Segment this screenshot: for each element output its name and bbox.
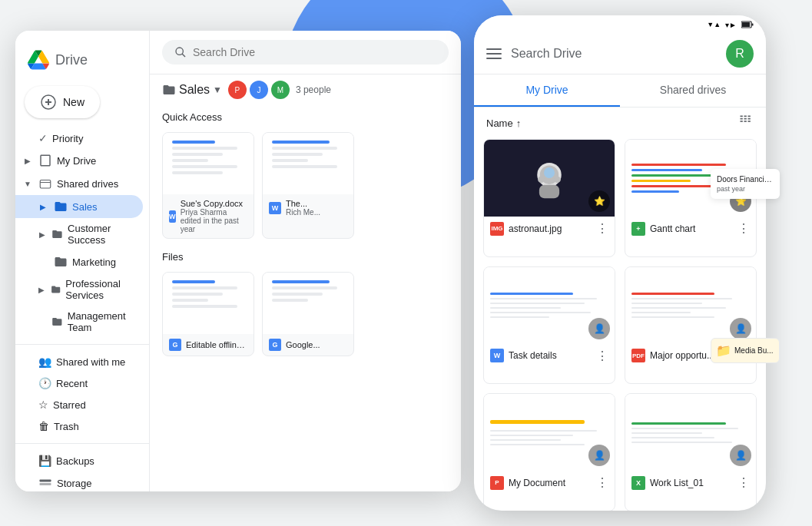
more-menu-icon-astronaut[interactable]: ⋮ [596,221,608,236]
file-name-worklist: Work List_01 [650,478,733,488]
mobile-file-card-worklist[interactable]: 👤 X Work List_01 ⋮ [625,393,757,511]
mobile-tabs: My Drive Shared drives [474,74,766,108]
file-preview-sues-copy [163,133,254,194]
avatar-badge-major: 👤 [730,318,751,339]
major-preview: 👤 [625,267,756,344]
sidebar-label-marketing: Marketing [72,256,116,268]
more-menu-icon-task[interactable]: ⋮ [596,349,608,363]
customer-folder-icon [51,227,63,241]
sheets-type-icon: + [631,222,645,236]
wifi-icon: ▾► [725,21,737,29]
file-preview-the [263,133,353,194]
prof-services-folder-icon [51,283,61,296]
mobile-mockup: ▼▲ ▾► Search Drive R My Drive Shared dri… [474,15,766,511]
sidebar-item-trash[interactable]: 🗑 Trash [15,415,143,437]
word-type-icon-task: W [490,349,504,362]
mobile-file-info-gantt: + Gantt chart ⋮ [625,217,756,240]
file-name-the: The... [286,199,320,208]
tab-my-drive-label: My Drive [525,84,568,96]
mobile-file-card-mydoc[interactable]: 👤 P My Document ⋮ [483,393,615,511]
avatar-1: P [228,81,247,99]
file-card-the[interactable]: W The... Rich Me... [262,132,354,239]
right-partial-label-2: Media Bu... [734,346,774,355]
svg-rect-17 [741,121,743,122]
backups-icon: 💾 [38,455,51,467]
mobile-file-info-mydoc: P My Document ⋮ [484,471,615,495]
quick-access-label: Quick Access [150,105,461,126]
word-icon: W [169,210,176,223]
hamburger-button[interactable] [486,48,502,59]
mobile-file-info-task: W Task details ⋮ [484,344,615,368]
sidebar-item-backups[interactable]: 💾 Backups [15,450,143,471]
sidebar-item-sales[interactable]: ▶ Sales [15,195,143,218]
svg-rect-22 [539,185,559,199]
sidebar: Drive New ✓ Priority ▶ [15,31,150,491]
priority-icon: ✓ [38,132,48,144]
tab-my-drive[interactable]: My Drive [474,74,620,107]
docs-icon-2: G [269,339,281,351]
sidebar-item-shared-with-me[interactable]: 👥 Shared with me [15,351,143,372]
svg-rect-11 [741,116,743,117]
drive-logo-icon [28,49,49,71]
svg-rect-12 [744,116,747,117]
mobile-search-text[interactable]: Search Drive [511,47,717,61]
right-partial-sub-1: past year [717,185,774,193]
svg-point-23 [544,167,555,178]
sidebar-label-sales: Sales [72,201,98,213]
sidebar-item-my-drive[interactable]: ▶ My Drive [15,149,143,172]
mobile-file-card-task[interactable]: 👤 W Task details ⋮ [483,266,615,385]
file-card-sues-copy[interactable]: W Sue's Copy.docx Priya Sharma edited in… [162,132,254,239]
storage-icon [38,476,52,490]
mobile-status-bar: ▼▲ ▾► [474,15,766,34]
tab-shared-drives[interactable]: Shared drives [620,74,766,107]
sidebar-item-shared-drives[interactable]: ▼ Shared drives [15,172,143,195]
svg-line-7 [182,54,185,57]
sidebar-item-management-team[interactable]: Management Team [15,306,143,338]
sidebar-item-marketing[interactable]: Marketing [15,250,143,273]
files-label: Files [150,245,461,266]
svg-point-6 [176,48,183,55]
grid-view-icon[interactable] [738,114,754,133]
more-menu-icon-gantt[interactable]: ⋮ [737,221,750,236]
svg-point-25 [554,176,561,183]
file-info-sues-copy: W Sue's Copy.docx Priya Sharma edited in… [163,194,254,238]
mobile-file-card-astronaut[interactable]: ⭐ IMG astronaut.jpg ⋮ [483,139,615,257]
file-info-editable: G Editable offline docu... [163,334,254,356]
sidebar-item-professional-services[interactable]: ▶ Professional Services [15,273,143,306]
management-folder-icon [51,315,63,329]
file-name-editable: Editable offline docu... [186,340,247,349]
file-sub-sues-copy: Priya Sharma edited in the past year [181,208,247,233]
desktop-topbar [150,31,461,74]
file-preview-google [263,273,353,334]
new-button[interactable]: New [25,86,100,118]
sidebar-item-starred[interactable]: ☆ Starred [15,394,143,415]
sidebar-label-shared-with-me: Shared with me [56,356,125,368]
more-menu-icon-worklist[interactable]: ⋮ [737,475,750,490]
file-name-mydoc: My Document [509,478,592,488]
sales-folder-icon [54,200,68,213]
mydoc-preview: 👤 [484,394,615,471]
sort-label[interactable]: Name ↑ [486,117,521,129]
sidebar-item-customer-success[interactable]: ▶ Customer Success [15,218,143,250]
tab-shared-drives-label: Shared drives [660,84,726,96]
battery-icon [741,21,754,28]
file-card-google[interactable]: G Google... [262,272,354,356]
new-button-label: New [63,96,85,108]
more-menu-icon-mydoc[interactable]: ⋮ [596,475,608,490]
mobile-avatar[interactable]: R [726,40,754,68]
svg-rect-5 [40,483,51,485]
mobile-file-card-major[interactable]: 👤 PDF Major opportu... ⋮ [625,266,757,385]
sidebar-divider-1 [15,344,149,345]
sidebar-item-priority[interactable]: ✓ Priority [15,127,143,149]
sidebar-item-storage[interactable]: Storage [15,471,143,491]
mobile-file-info-worklist: X Work List_01 ⋮ [625,471,756,495]
sidebar-item-recent[interactable]: 🕐 Recent [15,372,143,394]
breadcrumb-item: Sales ▼ [162,83,222,97]
shared-drives-icon [38,177,52,190]
file-card-editable[interactable]: G Editable offline docu... [162,272,254,356]
sidebar-label-management-team: Management Team [68,310,137,333]
right-partial-panel: Doors Financial Fore... past year [711,169,780,199]
search-box[interactable] [162,40,449,65]
docs-icon: G [169,339,181,351]
search-input[interactable] [193,46,436,58]
